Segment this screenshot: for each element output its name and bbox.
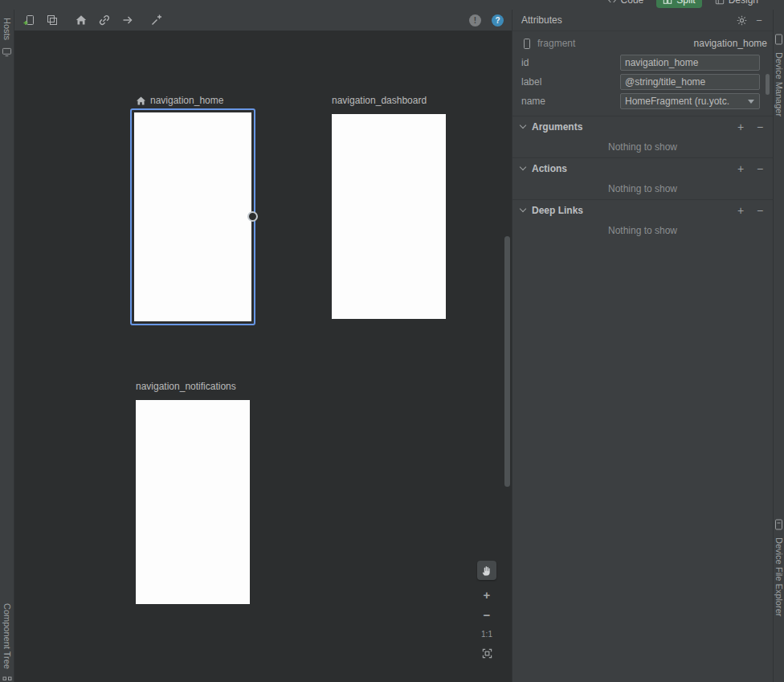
errors-warnings-icon[interactable]: ! [469,14,481,27]
top-strip: Code Split Design [0,0,784,10]
help-icon[interactable]: ? [492,14,504,27]
deep-links-empty-text: Nothing to show [512,220,773,241]
gear-icon[interactable] [735,14,748,27]
start-destination-home-icon [136,96,146,106]
id-field-row: id [512,53,773,72]
fragment-icon [521,38,533,50]
add-deep-link-button[interactable]: + [734,204,747,217]
name-dropdown-value: HomeFragment (ru.yotc. [625,96,745,107]
section-arguments-title: Arguments [532,121,728,133]
id-field-label: id [521,57,620,68]
nav-graph-canvas[interactable]: navigation_home navigation_dashboard nav… [14,31,512,682]
fragment-home-preview [134,112,251,321]
remove-deep-link-button[interactable]: − [753,204,766,217]
tool-window-component-tree[interactable]: Component Tree [2,603,12,669]
duplicate-destination-icon[interactable] [46,14,59,27]
attributes-title: Attributes [521,14,562,26]
element-id-label: navigation_home [694,38,767,49]
remove-action-button[interactable]: − [753,162,766,175]
hosts-icon[interactable] [2,47,12,57]
add-action-arrow-icon[interactable] [121,14,134,27]
name-field-label: name [521,96,620,107]
left-tool-rail: Hosts Component Tree [0,10,14,682]
zoom-controls: + − 1:1 [476,561,498,659]
attributes-scrollbar-thumb[interactable] [766,74,770,95]
actions-empty-text: Nothing to show [512,178,773,199]
chevron-down-icon [520,206,526,212]
label-field-label: label [521,76,620,88]
fragment-label-dashboard: navigation_dashboard [332,95,427,106]
tool-window-device-manager[interactable]: Device Manager [774,52,784,116]
nav-editor-toolbar: ! ? [14,10,512,31]
device-manager-icon[interactable] [774,34,783,45]
tool-window-hosts[interactable]: Hosts [2,18,12,40]
label-input[interactable] [620,74,760,90]
add-destination-icon[interactable] [22,14,35,27]
fragment-label-home: navigation_home [136,95,223,106]
fragment-label-home-text: navigation_home [150,95,223,106]
id-input[interactable] [620,55,760,71]
chevron-down-icon [520,164,526,170]
add-action-button[interactable]: + [734,162,747,175]
device-file-explorer-icon[interactable] [774,519,783,530]
add-argument-button[interactable]: + [734,120,747,133]
zoom-level-label: 1:1 [481,630,492,639]
editor-mode-tabs: Code Split Design [601,0,765,8]
section-arguments[interactable]: Arguments + − [512,116,773,137]
zoom-to-fit-button[interactable] [482,648,492,659]
tab-split[interactable]: Split [656,0,701,8]
tab-design-label: Design [729,0,758,6]
component-tree-icon[interactable] [2,676,12,682]
canvas-vertical-scrollbar[interactable] [504,236,510,487]
right-tool-rail: Device Manager Device File Explorer [773,0,784,682]
chevron-down-icon [520,122,526,129]
fragment-navigation-notifications[interactable] [136,400,250,604]
element-type-label: fragment [537,38,575,49]
section-deep-links-title: Deep Links [532,205,728,216]
tab-code[interactable]: Code [601,0,651,8]
zoom-out-button[interactable]: − [484,610,491,620]
pan-tool-button[interactable] [477,561,496,580]
name-dropdown[interactable]: HomeFragment (ru.yotc. [620,93,760,109]
fragment-label-dashboard-text: navigation_dashboard [332,95,427,106]
action-connection-port[interactable] [247,211,258,222]
split-icon [663,0,672,5]
auto-arrange-icon[interactable] [150,14,163,27]
fragment-label-notifications: navigation_notifications [136,381,236,392]
tab-split-label: Split [676,0,695,6]
arguments-empty-text: Nothing to show [512,137,773,157]
remove-argument-button[interactable]: − [753,120,766,133]
attributes-panel: Attributes − fragment navigation_home id… [512,10,773,682]
label-field-row: label [512,72,773,92]
name-field-row: name HomeFragment (ru.yotc. [512,92,773,111]
tab-design[interactable]: Design [708,0,765,8]
section-actions[interactable]: Actions + − [512,157,773,178]
assign-start-destination-icon[interactable] [75,14,88,27]
fragment-navigation-dashboard[interactable] [332,114,446,319]
attribute-sections: Arguments + − Nothing to show Actions + … [512,116,773,241]
fragment-label-notifications-text: navigation_notifications [136,381,236,392]
design-icon [715,0,725,5]
hand-icon [481,565,493,577]
section-actions-title: Actions [532,163,728,174]
tab-code-label: Code [621,0,644,6]
attributes-header: Attributes − [512,10,773,31]
selected-element-row: fragment navigation_home [512,34,773,53]
zoom-in-button[interactable]: + [484,590,491,600]
dropdown-arrow-icon [748,100,754,104]
link-destination-icon[interactable] [98,14,111,27]
code-icon [607,0,617,5]
tool-window-device-file-explorer[interactable]: Device File Explorer [774,537,784,616]
fragment-navigation-home[interactable] [130,108,255,325]
hide-panel-icon[interactable]: − [753,14,766,27]
section-deep-links[interactable]: Deep Links + − [512,199,773,220]
